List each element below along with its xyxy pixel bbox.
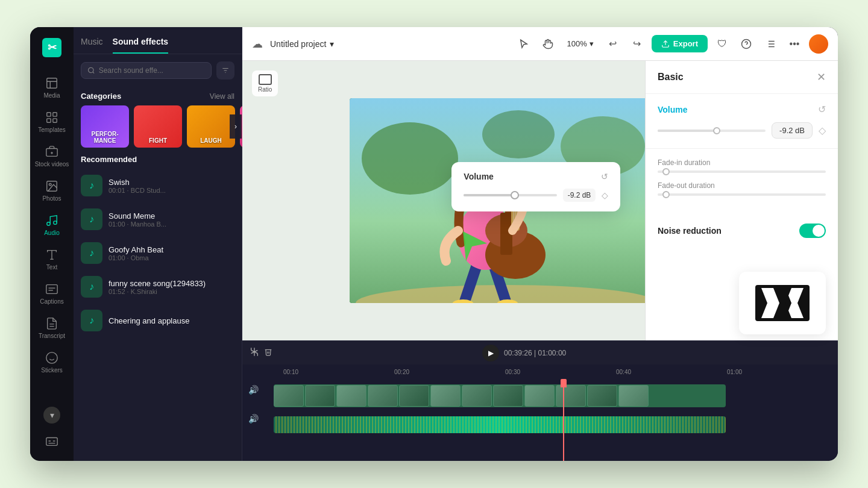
select-tool-btn[interactable] [514,34,533,54]
sidebar-text-label: Text [46,264,57,271]
help-btn[interactable] [737,34,756,54]
view-all-button[interactable]: View all [210,92,234,101]
ruler-time: 00:30 [505,369,520,375]
volume-slider-thumb[interactable] [511,191,519,199]
category-laugh[interactable]: LAUGH [187,105,235,148]
fade-in-thumb[interactable] [662,168,670,175]
filter-button[interactable] [216,61,234,80]
sidebar-stock-label: Stock videos [35,161,69,167]
track-volume-icon: 🔊 [248,385,259,395]
sound-item-swish[interactable]: ♪ Swish 00:01 · BCD Stud... [74,169,242,202]
sound-name: Swish [108,178,234,187]
search-input[interactable] [99,66,205,75]
fade-in-slider[interactable] [658,170,826,173]
sound-item-goofy[interactable]: ♪ Goofy Ahh Beat 01:00 · Obma [74,236,242,270]
export-icon [661,40,670,48]
menu-btn[interactable] [761,34,780,54]
delete-button[interactable] [264,348,272,358]
sound-item-soundmeme[interactable]: ♪ Sound Meme 01:00 · Manhoa B... [74,202,242,236]
sidebar-item-captions[interactable]: Captions [30,277,74,311]
trim-button[interactable] [250,347,259,359]
topbar: ☁ Untitled project ▾ 100% ▾ ↩ ↪ [242,27,838,61]
track-thumb-10 [556,385,586,407]
sidebar-item-text[interactable]: Text [30,242,74,277]
sidebar-item-stickers[interactable]: Stickers [30,345,74,380]
sidebar-item-photos[interactable]: Photos [30,174,74,208]
sidebar-item-templates[interactable]: Templates [30,105,74,139]
category-fight[interactable]: FIGHT [134,105,182,148]
ratio-label: Ratio [258,86,272,93]
sidebar-expand-btn[interactable]: ▾ [43,407,60,424]
timeline-tracks: 🔊 [242,379,838,461]
zoom-selector[interactable]: 100% ▾ [562,37,599,51]
ruler-marks: 00:10 00:20 00:30 00:40 01:00 [283,369,838,375]
volume-section-reset[interactable]: ↺ [818,104,826,115]
timeline-area: ▶ 00:39:26 | 01:00:00 00:10 00:20 [242,340,838,461]
sidebar-item-stock[interactable]: Stock videos [30,139,74,174]
shield-btn[interactable]: 🛡 [712,34,732,54]
track-thumb-11 [587,385,617,407]
fade-in-label: Fade-in duration [658,158,826,167]
video-track-row [274,381,838,410]
fade-out-slider[interactable] [658,193,826,196]
categories-header: Categories View all [74,87,242,105]
zoom-dropdown-icon: ▾ [590,39,594,48]
svg-rect-2 [53,113,57,116]
hand-tool-btn[interactable] [538,34,558,54]
close-panel-btn[interactable]: ✕ [817,70,826,84]
sidebar-subtitles-btn[interactable] [30,428,74,454]
sound-item-funny[interactable]: ♪ funny scene song(1294833) 01:52 · K.Sh… [74,270,242,304]
export-button[interactable]: Export [652,35,708,52]
sound-meta: 01:52 · K.Shiraki [108,288,234,295]
tab-sound-effects[interactable]: Sound effects [113,37,169,54]
sound-icon: ♪ [81,310,102,331]
more-options-btn[interactable]: ••• [785,34,804,54]
project-name-row[interactable]: Untitled project ▾ [270,39,334,49]
user-avatar[interactable] [809,34,828,54]
ratio-button[interactable]: Ratio [252,70,278,96]
ratio-icon [259,74,272,85]
sound-icon: ♪ [81,175,102,196]
sound-panel: Music Sound effects Categories View all … [74,27,242,461]
noise-toggle[interactable] [799,224,826,238]
category-performance[interactable]: PERFOR-MANCE [81,105,129,148]
fade-section: Fade-in duration Fade-out duration [646,149,838,214]
track-thumb-4 [368,385,398,407]
sidebar-item-transcript[interactable]: Transcript [30,311,74,345]
panel-tabs: Music Sound effects [74,27,242,54]
recommended-title: Recommended [74,148,242,169]
logo-icon: ✂ [42,38,61,57]
ruler-mark-20: 00:20 [394,369,505,375]
video-track[interactable] [274,384,726,407]
volume-section-slider[interactable] [658,130,766,132]
playhead-head [561,379,567,387]
sound-item-cheering[interactable]: ♪ Cheering and applause [74,304,242,337]
sidebar-item-audio[interactable]: Audio [30,208,74,242]
play-button[interactable]: ▶ [482,345,499,361]
svg-point-9 [49,183,51,186]
search-icon [87,66,95,75]
volume-diamond-btn[interactable]: ◇ [602,190,608,200]
volume-slider[interactable] [464,194,556,196]
volume-diamond-btn[interactable]: ◇ [819,125,826,136]
search-box[interactable] [81,62,212,79]
ruler-time: 00:40 [616,369,631,375]
fade-out-thumb[interactable] [662,191,670,198]
categories-next-arrow[interactable]: › [230,114,242,139]
volume-section-label: Volume [658,105,688,114]
volume-section: Volume ↺ -9.2 dB ◇ [646,94,838,149]
category-performance-label: PERFOR-MANCE [84,131,125,144]
sound-icon: ♪ [81,208,102,230]
volume-section-slider-thumb[interactable] [713,127,720,134]
volume-popup: Volume ↺ -9.2 dB ◇ [451,162,620,211]
redo-btn[interactable]: ↪ [627,34,647,54]
tab-music[interactable]: Music [81,37,103,54]
zoom-level: 100% [567,39,587,48]
volume-reset-btn[interactable]: ↺ [601,172,608,181]
sidebar-item-media[interactable]: Media [30,70,74,105]
main-content: ☁ Untitled project ▾ 100% ▾ ↩ ↪ [242,27,838,461]
undo-btn[interactable]: ↩ [603,34,623,54]
audio-track[interactable] [274,416,726,433]
volume-section-header: Volume ↺ [658,104,826,115]
right-panel-header: Basic ✕ [646,61,838,94]
